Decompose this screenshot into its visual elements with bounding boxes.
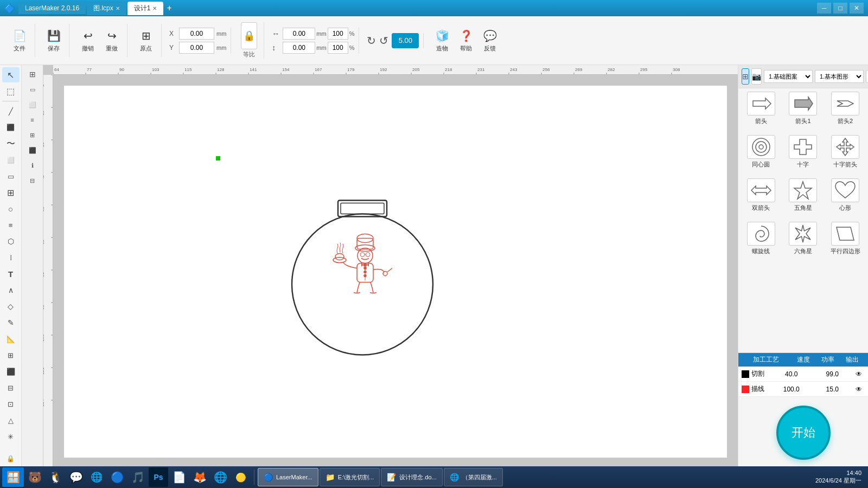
sec-btn-7[interactable]: ℹ <box>24 158 41 172</box>
sec-btn-3[interactable]: ⬜ <box>24 98 41 112</box>
tool-node2[interactable]: △ <box>2 413 20 428</box>
rotate-value[interactable]: 5.00 <box>392 33 419 48</box>
tab-design1[interactable]: 设计1 ✕ <box>127 2 164 15</box>
start-menu-btn[interactable]: 🪟 <box>2 467 24 487</box>
taskbar-ps[interactable]: Ps <box>149 467 168 487</box>
sec-btn-1[interactable]: ⊞ <box>24 67 41 81</box>
tool-text[interactable]: T <box>2 266 20 281</box>
tab-app[interactable]: LaserMaker 2.0.16 <box>18 2 86 14</box>
tool-edit-node[interactable]: ✎ <box>2 315 20 330</box>
shape-arrow[interactable]: 箭头 <box>745 92 777 125</box>
tool-fill[interactable]: ◇ <box>2 299 20 314</box>
taskbar-lasermaker[interactable]: 🔵 LaserMaker... <box>258 468 318 486</box>
shape-cross[interactable]: 十字 <box>787 135 819 169</box>
taskbar-qq[interactable]: 🐧 <box>46 467 65 487</box>
tool-pen[interactable]: ╱ <box>2 104 20 119</box>
tool-lines[interactable]: ≡ <box>2 217 20 233</box>
shape-arrow1[interactable]: 箭头1 <box>787 92 819 125</box>
search-shapes-btn[interactable]: 🔍 <box>866 70 868 83</box>
right-photo-btn[interactable]: 📷 <box>751 68 762 85</box>
shape-arrow2[interactable]: 箭头2 <box>829 92 861 125</box>
tool-rectangle[interactable]: ▭ <box>2 169 20 184</box>
width-input[interactable] <box>283 28 315 40</box>
taskbar-firefox[interactable]: 🦊 <box>190 467 209 487</box>
cut-speed[interactable]: 40.0 <box>771 370 812 378</box>
shape-concentric[interactable]: 同心圆 <box>745 135 777 169</box>
taskbar-wechat[interactable]: 💬 <box>66 467 86 487</box>
tool-rect-select[interactable]: ⬚ <box>2 84 20 99</box>
minimize-btn[interactable]: ─ <box>817 3 831 14</box>
file-btn[interactable]: 📄 文件 <box>9 26 30 55</box>
shape-cross-arrow[interactable]: 十字箭头 <box>829 135 861 169</box>
taskbar-app1[interactable]: 🔵 <box>107 467 127 487</box>
height-pct-input[interactable] <box>328 42 348 54</box>
taskbar-app2[interactable]: 🎵 <box>128 467 148 487</box>
tool-combine[interactable]: ⊞ <box>2 348 20 363</box>
y-input[interactable] <box>179 42 214 54</box>
taskbar-clock[interactable]: 14:40 2024/6/24 星期一 <box>815 470 861 485</box>
maximize-btn[interactable]: □ <box>833 3 847 14</box>
shape-star6[interactable]: 六角星 <box>787 222 819 255</box>
tool-layers[interactable]: ⬛ <box>2 364 20 379</box>
close-tab-design-icon[interactable]: ✕ <box>152 5 157 11</box>
sec-btn-4[interactable]: ≡ <box>24 113 41 127</box>
trace-speed[interactable]: 100.0 <box>771 386 812 393</box>
sec-btn-8[interactable]: ⊟ <box>24 174 41 188</box>
taskbar-word[interactable]: 📝 设计理念.do... <box>381 468 442 486</box>
taskbar-chrome2[interactable]: 🌐 （第四届激... <box>444 468 503 486</box>
cut-power[interactable]: 99.0 <box>812 370 853 378</box>
right-shapes-btn[interactable]: ⊞ <box>742 68 749 85</box>
tool-polygon[interactable]: ⬡ <box>2 234 20 249</box>
tool-dotgrid[interactable]: ⁞ <box>2 250 20 265</box>
taskbar-explorer[interactable]: 📁 E:\激光切割... <box>320 468 380 486</box>
tool-align[interactable]: ⊟ <box>2 380 20 395</box>
object-btn[interactable]: 🧊 造物 <box>431 26 453 55</box>
tool-effects[interactable]: ✳ <box>2 429 20 444</box>
taskbar-baidu[interactable]: 🐻 <box>25 467 44 487</box>
tool-curve[interactable]: 〜 <box>2 136 20 151</box>
taskbar-ie[interactable]: 🌐 <box>87 467 106 487</box>
taskbar-app3[interactable]: 📄 <box>169 467 189 487</box>
height-input[interactable] <box>283 42 315 54</box>
lock-aspect-btn[interactable]: 🔒 <box>241 22 257 49</box>
tool-measure[interactable]: 📐 <box>2 331 20 346</box>
trace-visibility-btn[interactable]: 👁 <box>853 386 865 393</box>
tool-dots[interactable]: ⊞ <box>2 185 20 200</box>
tool-table[interactable]: ⊡ <box>2 396 20 412</box>
process-row-cut[interactable]: 切割 40.0 99.0 👁 <box>738 367 868 382</box>
redo-btn[interactable]: ↪ 重做 <box>101 26 123 55</box>
shape-star5[interactable]: 五角星 <box>787 178 819 212</box>
tool-lock[interactable]: 🔒 <box>2 451 20 466</box>
sec-btn-6[interactable]: ⬛ <box>24 143 41 157</box>
cut-visibility-btn[interactable]: 👁 <box>853 370 865 378</box>
save-btn[interactable]: 💾 保存 <box>43 26 65 55</box>
shape-double-arrow[interactable]: 双箭头 <box>745 178 777 212</box>
taskbar-chrome[interactable]: 🌐 <box>210 467 230 487</box>
tool-node[interactable]: ⬛ <box>2 120 20 135</box>
sec-btn-5[interactable]: ⊞ <box>24 128 41 142</box>
new-tab-btn[interactable]: + <box>167 3 171 13</box>
origin-btn[interactable]: ⊞ 原点 <box>135 26 157 55</box>
close-btn[interactable]: ✕ <box>850 3 864 14</box>
close-tab1-icon[interactable]: ✕ <box>116 5 120 11</box>
shape-category1-select[interactable]: 1.基础图案 <box>764 70 813 83</box>
trace-power[interactable]: 15.0 <box>812 386 853 393</box>
tab-file1[interactable]: 图.lcpx ✕ <box>87 2 126 15</box>
undo-btn[interactable]: ↩ 撤销 <box>77 26 99 55</box>
shape-parallelogram[interactable]: 平行四边形 <box>829 222 861 255</box>
taskbar-app4[interactable]: 🟡 <box>231 467 251 487</box>
canvas[interactable] <box>53 75 738 468</box>
feedback-btn[interactable]: 💬 反馈 <box>479 26 501 55</box>
shape-spiral[interactable]: 螺旋线 <box>745 222 777 255</box>
shape-category2-select[interactable]: 1.基本图形 <box>815 70 864 83</box>
tool-circle[interactable]: ○ <box>2 201 20 216</box>
x-input[interactable] <box>179 28 214 40</box>
shape-heart[interactable]: 心形 <box>829 178 861 212</box>
tool-textpath[interactable]: ∧ <box>2 282 20 298</box>
tool-duplicate[interactable]: ⬜ <box>2 152 20 168</box>
canvas-white[interactable] <box>64 86 727 458</box>
process-row-trace[interactable]: 描线 100.0 15.0 👁 <box>738 382 868 397</box>
help-btn[interactable]: ❓ 帮助 <box>455 26 477 55</box>
width-pct-input[interactable] <box>328 28 348 40</box>
start-btn[interactable]: 开始 <box>776 406 831 460</box>
